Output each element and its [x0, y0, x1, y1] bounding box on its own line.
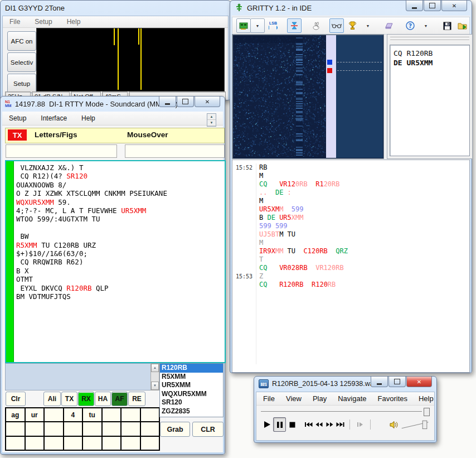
frame-step-button[interactable]: [354, 417, 366, 432]
callsign-item[interactable]: SR120: [160, 398, 223, 407]
macro-cell[interactable]: [45, 437, 63, 450]
macro-cell[interactable]: [6, 422, 25, 435]
callsign-item[interactable]: ZGZ2835: [160, 407, 223, 416]
menu-help[interactable]: Help: [67, 18, 81, 26]
eraser-clear-button[interactable]: [382, 18, 396, 33]
menu-view[interactable]: View: [286, 394, 302, 403]
maximize-button[interactable]: [388, 377, 406, 387]
minimize-button[interactable]: [371, 377, 388, 387]
soundcard-button[interactable]: [236, 18, 251, 33]
menu-favorites[interactable]: Favorites: [378, 394, 407, 403]
play-button[interactable]: [261, 417, 273, 432]
help-button[interactable]: ?: [403, 18, 417, 33]
twotone-titlebar[interactable]: DI1 G3YYD 2Tone: [1, 1, 230, 15]
trophy-contest-button[interactable]: [345, 18, 360, 33]
menu-setup[interactable]: Setup: [35, 18, 52, 26]
macro-cell[interactable]: [64, 437, 82, 450]
macro-cell[interactable]: [141, 422, 159, 435]
close-button[interactable]: ✕: [406, 377, 432, 387]
save-button[interactable]: [440, 18, 454, 33]
macro-cell[interactable]: [45, 408, 63, 421]
af-button[interactable]: AF: [111, 392, 128, 406]
align-button[interactable]: Ali: [43, 392, 61, 406]
macro-cell[interactable]: [83, 422, 101, 435]
shift-markers-button[interactable]: [287, 18, 302, 33]
macro-cell[interactable]: [103, 437, 121, 450]
soundcard-dropdown[interactable]: ▼: [250, 18, 265, 33]
grab-button[interactable]: Grab: [160, 422, 190, 437]
seek-bar[interactable]: [259, 407, 432, 416]
menu-interface[interactable]: Interface: [41, 114, 67, 122]
macro-cell[interactable]: [26, 437, 44, 450]
menu-file[interactable]: File: [9, 18, 20, 26]
waterfall-pane[interactable]: [232, 34, 384, 159]
macro-cell[interactable]: ur: [26, 408, 44, 421]
macro-cell[interactable]: [103, 408, 121, 421]
maximize-button[interactable]: [424, 1, 441, 11]
macro-cell[interactable]: [26, 422, 44, 435]
minimize-button[interactable]: [159, 97, 176, 107]
scroll-up-icon[interactable]: ▲: [151, 364, 159, 372]
help-dropdown[interactable]: ▼: [419, 18, 433, 33]
macro-cell[interactable]: [122, 437, 140, 450]
rabbit-speed-button[interactable]: [308, 18, 323, 33]
tx-indicator[interactable]: TX: [8, 129, 27, 141]
clr-button[interactable]: Clr: [6, 392, 26, 406]
volume-slider[interactable]: [401, 418, 431, 431]
macro-cell[interactable]: [141, 437, 159, 450]
re-button[interactable]: RE: [128, 392, 145, 406]
seek-thumb[interactable]: [424, 408, 430, 416]
menu-file[interactable]: File: [263, 394, 275, 403]
macro-cell[interactable]: [141, 408, 159, 421]
macro-cell[interactable]: [6, 437, 25, 450]
tx-button[interactable]: TX: [61, 392, 77, 406]
menu-help[interactable]: Help: [419, 394, 434, 403]
gritty-decode-panel[interactable]: 15:52RBMCQ VR120RB R120RB.. DE :MUR5XMM …: [232, 160, 470, 373]
macro-cell[interactable]: 4: [64, 408, 82, 421]
selectivity-button[interactable]: Selectiv: [7, 52, 36, 72]
callsign-item[interactable]: R120RB: [160, 364, 223, 373]
previous-button[interactable]: [303, 417, 314, 432]
rx-decode-area[interactable]: VLZNXAJZ X&.) T CQ R12)(4? SR120OUAXNOOW…: [5, 160, 226, 363]
glasses-view-button[interactable]: [329, 18, 344, 33]
stop-button[interactable]: [286, 417, 298, 432]
next-button[interactable]: [335, 417, 346, 432]
callsign-item[interactable]: WQXUR5XMM: [160, 390, 223, 399]
fast-forward-button[interactable]: [324, 417, 335, 432]
callsign-item[interactable]: UR5XMM: [160, 381, 223, 390]
minimize-button[interactable]: [406, 1, 423, 11]
macro-cell[interactable]: [122, 408, 140, 421]
maximize-button[interactable]: [177, 97, 194, 107]
rx-button[interactable]: RX: [78, 392, 94, 406]
macro-cell[interactable]: [122, 422, 140, 435]
menu-play[interactable]: Play: [313, 394, 327, 403]
spinner-control[interactable]: ▲ ▼: [207, 113, 216, 127]
letters-figs-field[interactable]: [6, 144, 117, 158]
spectrum-display[interactable]: [36, 28, 225, 91]
waterfall-canvas[interactable]: [233, 35, 326, 157]
spin-up-icon[interactable]: ▲: [207, 114, 216, 120]
afc-button[interactable]: AFC on: [7, 31, 36, 51]
menu-setup[interactable]: Setup: [9, 114, 26, 122]
tx-buffer-scrollbar[interactable]: ▲ ▼: [150, 363, 159, 390]
trophy-dropdown[interactable]: ▼: [361, 18, 375, 33]
menu-navigate[interactable]: Navigate: [338, 394, 366, 403]
seek-track[interactable]: [261, 411, 422, 412]
mark-frequency-marker[interactable]: [327, 60, 332, 65]
macro-cell[interactable]: ag: [6, 408, 25, 421]
macro-cell[interactable]: [83, 437, 101, 450]
pause-button[interactable]: [273, 417, 285, 432]
setup-button[interactable]: Setup: [7, 74, 36, 93]
macro-cell[interactable]: [103, 422, 121, 435]
macro-cell[interactable]: [64, 422, 82, 435]
macro-cell[interactable]: [45, 422, 63, 435]
spin-down-icon[interactable]: ▼: [207, 120, 216, 126]
ha-button[interactable]: HA: [95, 392, 111, 406]
volume-mute-button[interactable]: [388, 417, 400, 432]
mouseover-field[interactable]: [125, 144, 225, 158]
rewind-button[interactable]: [314, 417, 324, 432]
macro-cell[interactable]: tu: [83, 408, 101, 421]
menu-help[interactable]: Help: [81, 114, 95, 122]
panel-handle[interactable]: [390, 37, 469, 43]
close-button[interactable]: ✕: [195, 97, 220, 107]
